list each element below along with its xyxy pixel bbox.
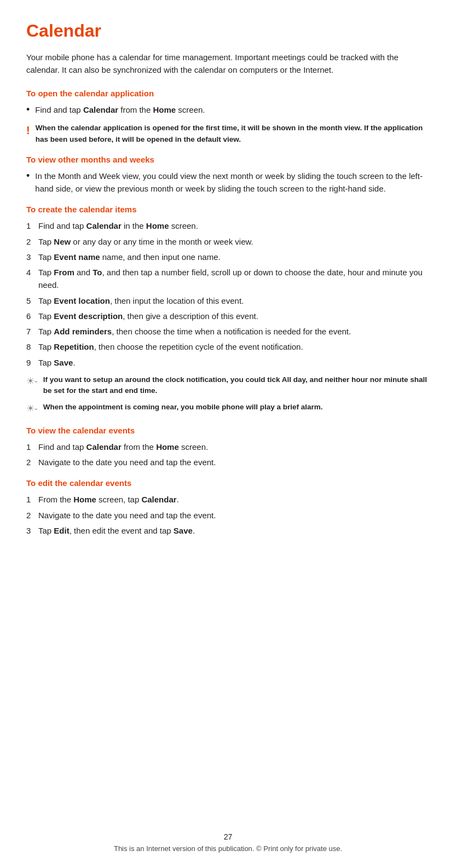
step-text: Tap New or any day or any time in the mo… — [38, 235, 253, 248]
tip-text-allday: If you want to setup an around the clock… — [43, 374, 430, 397]
section-view-events: To view the calendar events 1 Find and t… — [26, 426, 430, 469]
step-num: 8 — [26, 340, 38, 353]
step-num: 2 — [26, 456, 38, 468]
step-text: Tap Add reminders, then choose the time … — [38, 325, 351, 338]
section-title-edit-events: To edit the calendar events — [26, 478, 430, 488]
step-4: 4 Tap From and To, and then tap a number… — [26, 266, 430, 292]
step-text: Find and tap Calendar in the Home screen… — [38, 219, 198, 232]
tip-text-alarm: When the appointment is coming near, you… — [43, 402, 323, 413]
note-block-first-time: ! When the calendar application is opene… — [26, 123, 430, 145]
step-num: 1 — [26, 219, 38, 232]
bullet-item: • Find and tap Calendar from the Home sc… — [26, 103, 430, 118]
view-events-list: 1 Find and tap Calendar from the Home sc… — [26, 441, 430, 469]
view-step-2: 2 Navigate to the date you need and tap … — [26, 456, 430, 468]
bullet-icon: • — [26, 102, 30, 118]
step-num: 7 — [26, 325, 38, 338]
step-num: 3 — [26, 251, 38, 263]
bullet-item-view-months: • In the Month and Week view, you could … — [26, 170, 430, 195]
page-footer: 27 This is an Internet version of this p… — [0, 832, 456, 853]
step-7: 7 Tap Add reminders, then choose the tim… — [26, 325, 430, 338]
section-view-months: To view other months and weeks • In the … — [26, 155, 430, 195]
section-title-create: To create the calendar items — [26, 205, 430, 214]
step-text: Tap Event description, then give a descr… — [38, 310, 258, 322]
view-step-1: 1 Find and tap Calendar from the Home sc… — [26, 441, 430, 453]
section-create-items: To create the calendar items 1 Find and … — [26, 205, 430, 416]
step-1: 1 Find and tap Calendar in the Home scre… — [26, 219, 430, 232]
copyright-text: This is an Internet version of this publ… — [0, 844, 456, 853]
step-num: 9 — [26, 356, 38, 369]
step-5: 5 Tap Event location, then input the loc… — [26, 294, 430, 307]
step-text: Tap From and To, and then tap a number f… — [38, 266, 430, 292]
page-container: Calendar Your mobile phone has a calenda… — [0, 0, 456, 580]
section-title-view-events: To view the calendar events — [26, 426, 430, 435]
step-text: Tap Save. — [38, 356, 76, 369]
exclamation-icon: ! — [26, 123, 30, 138]
create-steps-list: 1 Find and tap Calendar in the Home scre… — [26, 219, 430, 369]
step-text: Tap Repetition, then choose the repetiti… — [38, 340, 303, 353]
bullet-text: Find and tap Calendar from the Home scre… — [35, 103, 205, 116]
step-text: Tap Edit, then edit the event and tap Sa… — [38, 524, 195, 537]
step-num: 2 — [26, 235, 38, 248]
edit-events-list: 1 From the Home screen, tap Calendar. 2 … — [26, 493, 430, 537]
tip-icon-2: ☀- — [26, 402, 38, 416]
step-3: 3 Tap Event name name, and then input on… — [26, 251, 430, 263]
intro-paragraph: Your mobile phone has a calendar for tim… — [26, 51, 430, 77]
step-6: 6 Tap Event description, then give a des… — [26, 310, 430, 322]
step-text: Navigate to the date you need and tap th… — [38, 456, 216, 468]
step-text: Navigate to the date you need and tap th… — [38, 509, 216, 522]
step-num: 6 — [26, 310, 38, 322]
page-title: Calendar — [26, 21, 430, 41]
step-num: 4 — [26, 266, 38, 279]
edit-step-3: 3 Tap Edit, then edit the event and tap … — [26, 524, 430, 537]
tip-block-allday: ☀- If you want to setup an around the cl… — [26, 374, 430, 397]
step-num: 2 — [26, 509, 38, 522]
step-text: Tap Event location, then input the locat… — [38, 294, 244, 307]
step-text: Tap Event name name, and then input one … — [38, 251, 221, 263]
step-2: 2 Tap New or any day or any time in the … — [26, 235, 430, 248]
note-text-first-time: When the calendar application is opened … — [36, 123, 430, 145]
section-title-view-months: To view other months and weeks — [26, 155, 430, 164]
step-num: 3 — [26, 524, 38, 537]
tip-block-alarm: ☀- When the appointment is coming near, … — [26, 402, 430, 416]
step-num: 5 — [26, 294, 38, 307]
section-edit-events: To edit the calendar events 1 From the H… — [26, 478, 430, 537]
step-num: 1 — [26, 493, 38, 506]
tip-icon: ☀- — [26, 374, 38, 389]
bullet-text-view-months: In the Month and Week view, you could vi… — [35, 170, 430, 195]
section-title-open: To open the calendar application — [26, 89, 430, 98]
step-num: 1 — [26, 441, 38, 453]
step-text: From the Home screen, tap Calendar. — [38, 493, 179, 506]
edit-step-1: 1 From the Home screen, tap Calendar. — [26, 493, 430, 506]
section-open-calendar: To open the calendar application • Find … — [26, 89, 430, 145]
step-9: 9 Tap Save. — [26, 356, 430, 369]
step-8: 8 Tap Repetition, then choose the repeti… — [26, 340, 430, 353]
step-text: Find and tap Calendar from the Home scre… — [38, 441, 208, 453]
page-number: 27 — [0, 832, 456, 841]
edit-step-2: 2 Navigate to the date you need and tap … — [26, 509, 430, 522]
bullet-icon: • — [26, 169, 30, 184]
